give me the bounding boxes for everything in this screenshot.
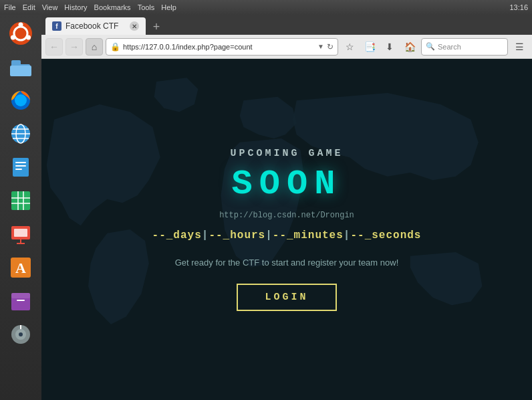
svg-rect-31 xyxy=(11,293,30,298)
credit-url: http://blog.csdn.net/Drongin xyxy=(219,211,354,220)
days-counter: --_days xyxy=(152,229,202,241)
svg-point-9 xyxy=(15,94,27,106)
os-topbar: File Edit View History Bookmarks Tools H… xyxy=(0,0,532,15)
minutes-separator: | xyxy=(344,229,351,241)
svg-rect-17 xyxy=(15,165,26,167)
tab-title: Facebook CTF xyxy=(65,21,118,31)
new-tab-button[interactable]: + xyxy=(148,19,164,35)
days-separator: | xyxy=(202,229,209,241)
svg-text:A: A xyxy=(15,260,26,276)
url-dropdown-arrow[interactable]: ▼ xyxy=(317,43,324,50)
svg-point-35 xyxy=(19,332,23,336)
search-bar[interactable]: 🔍 Search xyxy=(421,38,508,56)
os-menu-bar: File Edit View History Bookmarks Tools H… xyxy=(4,3,176,11)
home-nav-button[interactable]: 🏠 xyxy=(401,38,418,56)
search-placeholder: Search xyxy=(438,43,461,51)
soon-heading: SOON xyxy=(232,165,342,204)
hours-counter: --_hours xyxy=(209,229,265,241)
svg-rect-18 xyxy=(15,169,22,170)
bookmark-button[interactable]: 📑 xyxy=(361,38,378,56)
login-button[interactable]: LOGIN xyxy=(237,284,336,311)
download-button[interactable]: ⬇ xyxy=(381,38,398,56)
svg-rect-15 xyxy=(13,158,29,177)
os-help-menu[interactable]: Help xyxy=(161,3,176,11)
url-text: https://127.0.0.1/index.php?page=count xyxy=(123,43,315,51)
browser-content: UPCOMING GAME SOON http://blog.csdn.net/… xyxy=(41,59,532,400)
archive-icon[interactable] xyxy=(5,286,36,316)
navigation-bar: ← → ⌂ 🔒 https://127.0.0.1/index.php?page… xyxy=(41,35,532,59)
forward-button[interactable]: → xyxy=(65,38,83,56)
firefox-icon[interactable] xyxy=(5,85,36,116)
tab-bar: f Facebook CTF ✕ + xyxy=(41,15,532,35)
os-file-menu[interactable]: File xyxy=(4,3,16,11)
reload-icon[interactable]: ↻ xyxy=(327,42,334,52)
spreadsheet-icon[interactable] xyxy=(5,185,36,216)
browser-window: f Facebook CTF ✕ + ← → ⌂ 🔒 https://127.0… xyxy=(41,15,532,400)
svg-rect-25 xyxy=(14,229,27,237)
svg-rect-32 xyxy=(17,300,25,301)
svg-rect-19 xyxy=(11,191,30,210)
disk-utility-icon[interactable] xyxy=(5,319,36,350)
active-tab[interactable]: f Facebook CTF ✕ xyxy=(45,17,146,35)
svg-point-2 xyxy=(19,23,23,27)
lock-icon: 🔒 xyxy=(110,42,120,52)
clock: 13:16 xyxy=(509,3,528,11)
url-bar[interactable]: 🔒 https://127.0.0.1/index.php?page=count… xyxy=(106,38,338,56)
countdown-timer: --_days | --_hours | --_minutes | --_sec… xyxy=(152,229,422,241)
seconds-counter: --_seconds xyxy=(350,229,421,241)
files-icon[interactable] xyxy=(5,52,36,82)
tab-favicon: f xyxy=(52,21,61,31)
os-system-tray: 13:16 xyxy=(509,3,528,11)
page-content: UPCOMING GAME SOON http://blog.csdn.net/… xyxy=(139,134,435,324)
tab-close-button[interactable]: ✕ xyxy=(130,21,139,31)
hours-separator: | xyxy=(265,229,273,241)
os-bookmarks-menu[interactable]: Bookmarks xyxy=(94,3,131,11)
svg-point-3 xyxy=(26,35,31,40)
svg-point-4 xyxy=(11,35,15,40)
search-icon: 🔍 xyxy=(426,42,435,51)
bookmark-star-button[interactable]: ☆ xyxy=(341,38,358,56)
menu-button[interactable]: ☰ xyxy=(511,38,528,56)
os-view-menu[interactable]: View xyxy=(42,3,58,11)
font-icon[interactable]: A xyxy=(5,252,36,283)
upcoming-label: UPCOMING GAME xyxy=(230,148,343,159)
svg-rect-7 xyxy=(10,66,31,76)
home-button[interactable]: ⌂ xyxy=(86,38,103,56)
os-tools-menu[interactable]: Tools xyxy=(138,3,155,11)
minutes-counter: --_minutes xyxy=(273,229,344,241)
back-button[interactable]: ← xyxy=(45,38,63,56)
globe-icon[interactable] xyxy=(5,118,36,149)
tagline-text: Get ready for the CTF to start and regis… xyxy=(175,258,399,268)
os-edit-menu[interactable]: Edit xyxy=(23,3,35,11)
ubuntu-icon[interactable] xyxy=(5,18,36,49)
svg-rect-16 xyxy=(15,162,26,163)
text-editor-icon[interactable] xyxy=(5,152,36,183)
os-history-menu[interactable]: History xyxy=(64,3,87,11)
application-sidebar: A xyxy=(0,15,41,400)
presentation-icon[interactable] xyxy=(5,219,36,249)
